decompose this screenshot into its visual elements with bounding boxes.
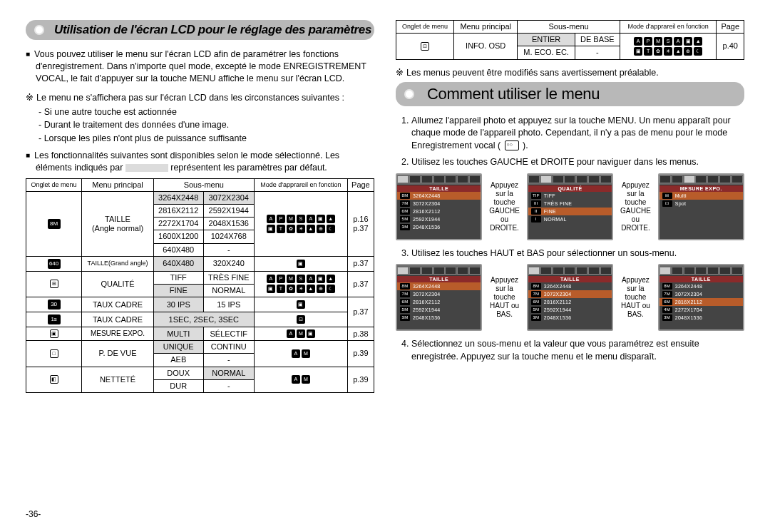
size-640-icon: 640: [48, 259, 61, 269]
asterisk-icon: ※: [26, 92, 34, 103]
page-cell: p.16 p.37: [347, 191, 374, 256]
caption-ud: Appuyez sur la touche HAUT ou BAS.: [617, 276, 654, 319]
page-number: -36-: [26, 509, 41, 519]
row-info-osd: INFO. OSD: [454, 34, 518, 59]
menus-note: ※Les menus peuvent être modifiés sans av…: [396, 67, 744, 78]
note-block: ※Le menu ne s'affichera pas sur l'écran …: [26, 92, 374, 145]
cell: 640X480: [153, 256, 203, 271]
cell: 3072X2304: [203, 191, 254, 204]
cell: M. ECO. EC.: [518, 46, 575, 59]
size-8m-icon: 8M: [48, 219, 61, 229]
cell: UNIQUE: [153, 341, 203, 354]
lcd-header: MESURE EXPO.: [659, 185, 743, 192]
left-column: Utilisation de l'écran LCD pour le régla…: [26, 20, 374, 393]
intro-text: Vous pouvez utiliser le menu sur l'écran…: [34, 49, 366, 83]
fps-30-icon: 30: [48, 300, 61, 310]
quality-icon: ⊞: [50, 280, 58, 288]
note-item: - Si une autre touche est actionnée: [38, 106, 374, 119]
cell: DOUX: [153, 367, 203, 379]
step-2: Utilisez les touches GAUCHE et DROITE po…: [411, 156, 744, 169]
page-cell: p.40: [717, 34, 744, 59]
th-sous-menu: Sous-menu: [153, 178, 254, 191]
step-1: Allumez l'appareil photo et appuyez sur …: [411, 115, 744, 153]
lcd-header: TAILLE: [659, 276, 743, 282]
icon-cell: 1s: [26, 312, 82, 327]
page-cell: p.37: [347, 271, 374, 297]
mode-icons-cell: ⊡: [254, 312, 347, 327]
lcd-mesure: MESURE EXPO. ⊞Multi ⊡Spot: [658, 173, 744, 240]
lcd-header: QUALITÉ: [528, 185, 612, 192]
voice-mode-icon: [505, 140, 519, 150]
title-dot-icon: [404, 89, 414, 99]
th-page: Page: [717, 21, 744, 34]
cell: NORMAL: [203, 284, 254, 297]
lcd-header: TAILLE: [397, 276, 481, 282]
drive-icon: □: [50, 349, 58, 358]
lcd-header: TAILLE: [397, 185, 481, 192]
cell: -: [203, 243, 254, 256]
step-1b: ).: [520, 140, 528, 150]
cell: MULTI: [153, 327, 203, 341]
step-1a: Allumez l'appareil photo et appuyez sur …: [411, 116, 731, 150]
page-cell: p.39: [347, 367, 374, 392]
cell: FINE: [153, 284, 203, 297]
cell: -: [203, 379, 254, 392]
cell: AEB: [153, 354, 203, 367]
lcd-taille-c: TAILLE 8M3264X2448 7M3072X2304 6M2816X21…: [658, 264, 744, 331]
cell: 320X240: [203, 256, 254, 271]
cell: 3264X2448: [153, 191, 203, 204]
caption-lr: Appuyez sur la touche GAUCHE ou DROITE.: [617, 181, 654, 232]
mode-icons-cell: APMSA▣▲▣T✿☀▲⊕☾: [620, 34, 717, 59]
cell: 2048X1536: [203, 218, 254, 230]
howto-steps-3: Sélectionnez un sous-menu et la valeur q…: [396, 338, 744, 363]
cell: 2592X1944: [203, 205, 254, 218]
cell: -: [203, 354, 254, 367]
features-paragraph: ■Les fonctionnalités suivantes sont disp…: [26, 150, 374, 174]
features-trail: représentent les paramètres par défaut.: [168, 163, 327, 173]
icon-cell: ◧: [26, 367, 82, 392]
sharpness-icon: ◧: [50, 375, 58, 384]
mode-icons-cell: ▣: [254, 256, 347, 271]
th-onglet: Onglet de menu: [396, 21, 454, 34]
mode-icons-cell: AM▣: [254, 327, 347, 341]
intro-paragraph: ■Vous pouvez utiliser le menu sur l'écra…: [26, 48, 374, 85]
row-pdv-label: P. DE VUE: [82, 341, 154, 367]
cell: TRÈS FINE: [203, 271, 254, 284]
note-lead: Le menu ne s'affichera pas sur l'écran L…: [36, 93, 344, 103]
cell: NORMAL: [203, 367, 254, 379]
caption-ud: Appuyez sur la touche HAUT ou BAS.: [486, 276, 523, 319]
cell: 1024X768: [203, 230, 254, 243]
th-mode: Mode d'apprareil en fonction: [254, 178, 347, 191]
cell: ENTIER: [518, 34, 575, 46]
cell: DE BASE: [575, 34, 620, 46]
mode-icons-cell: APMSA▣▲▣T✿☀▲⊕☾: [254, 271, 347, 297]
shade-swatch-icon: [125, 164, 168, 172]
icon-cell: 8M: [26, 191, 82, 256]
icon-cell: 640: [26, 256, 82, 271]
th-onglet: Onglet de menu: [26, 178, 82, 191]
right-column: Onglet de menu Menu principal Sous-menu …: [396, 20, 744, 393]
icon-cell: ⊡: [396, 34, 454, 59]
cell: DUR: [153, 379, 203, 392]
menus-note-text: Les menus peuvent être modifiés sans ave…: [406, 68, 659, 78]
lcd-taille-b: TAILLE 8M3264X2448 7M3072X2304 6M2816X21…: [527, 264, 613, 331]
left-title-bar: Utilisation de l'écran LCD pour le régla…: [26, 20, 374, 40]
cell: 1SEC, 2SEC, 3SEC: [153, 312, 254, 327]
mode-icons-cell: ▣: [254, 297, 347, 312]
bullet-icon: ■: [26, 50, 30, 58]
cell: 15 IPS: [203, 297, 254, 312]
page-cell: p.39: [347, 341, 374, 367]
cell: -: [575, 46, 620, 59]
page-cell: p.38: [347, 327, 374, 341]
step-3: Utilisez les touches HAUT et BAS pour sé…: [411, 247, 744, 260]
mode-icons-cell: AM: [254, 367, 347, 392]
fps-1s-icon: 1s: [48, 314, 61, 324]
th-menu-principal: Menu principal: [454, 21, 518, 34]
lcd-row-1: TAILLE 8M3264X2448 7M3072X2304 6M2816X21…: [396, 173, 744, 240]
metering-icon: ▣: [50, 329, 58, 338]
row-mesure-label: MESURE EXPO.: [82, 327, 154, 341]
note-item: - Durant le traitement des données d'une…: [38, 118, 374, 132]
lcd-row-2: TAILLE 8M3264X2448 7M3072X2304 6M2816X21…: [396, 264, 744, 331]
cell: 2816X2112: [153, 205, 203, 218]
cell: 30 IPS: [153, 297, 203, 312]
